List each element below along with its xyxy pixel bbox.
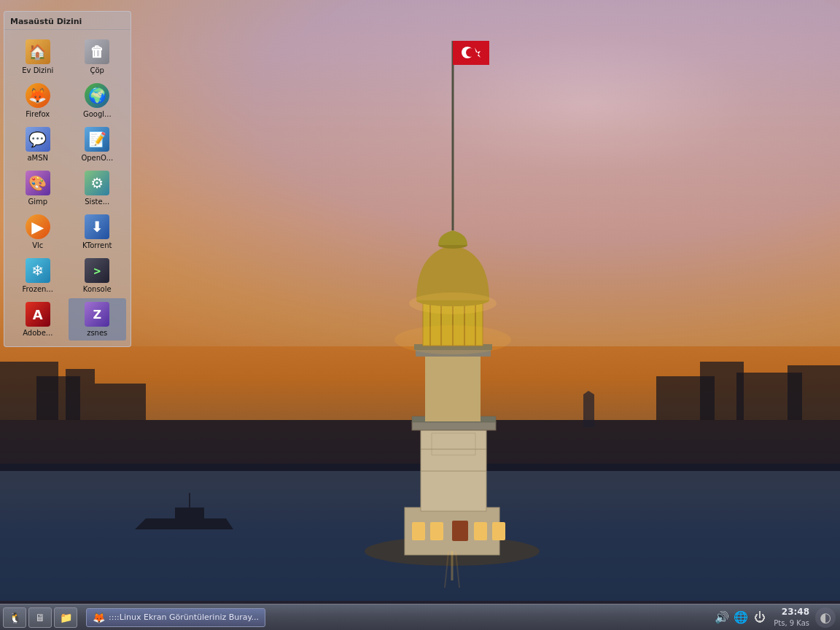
desktop-icon-konsole[interactable]: >Konsole — [69, 254, 127, 297]
amsn-icon: 💬 — [25, 126, 51, 152]
clock[interactable]: 23:48 Pts, 9 Kas — [774, 607, 809, 628]
svg-rect-23 — [425, 354, 481, 421]
svg-rect-6 — [656, 376, 715, 420]
svg-line-47 — [456, 551, 459, 588]
amsn-label: aMSN — [27, 154, 48, 163]
firefox-label: Firefox — [26, 110, 50, 119]
zsnes-icon: Z — [84, 301, 110, 327]
frozen-icon: ❄ — [25, 257, 51, 284]
gimp-icon: 🎨 — [25, 170, 51, 196]
svg-rect-41 — [175, 508, 204, 518]
sistem-icon: ⚙ — [84, 170, 110, 196]
icons-grid: 🏠Ev Dizini🗑Çöp🦊Firefox🌍Googl...💬aMSN📝Ope… — [4, 33, 131, 343]
adobe-label: Adobe... — [23, 329, 52, 338]
svg-rect-7 — [700, 362, 744, 420]
desktop: Masaüstü Dizini 🏠Ev Dizini🗑Çöp🦊Firefox🌍G… — [0, 0, 840, 630]
left-panel: Masaüstü Dizini 🏠Ev Dizini🗑Çöp🦊Firefox🌍G… — [4, 11, 131, 347]
ktorrent-label: KTorrent — [82, 241, 112, 250]
desktop-icon-ev-dizini[interactable]: 🏠Ev Dizini — [9, 36, 67, 78]
taskbar-window-area: 🦊 ::::Linux Ekran Görüntüleriniz Buray..… — [80, 608, 709, 627]
cop-label: Çöp — [90, 66, 104, 75]
power-tray-icon[interactable]: ⏻ — [752, 610, 768, 626]
svg-rect-43 — [583, 394, 594, 427]
konsole-label: Konsole — [83, 285, 112, 294]
svg-rect-9 — [788, 365, 840, 420]
cop-icon: 🗑 — [84, 39, 110, 65]
openoffice-icon: 📝 — [84, 126, 110, 152]
files-button[interactable]: 📁 — [54, 607, 77, 628]
svg-rect-17 — [421, 427, 486, 511]
svg-rect-14 — [452, 521, 468, 541]
svg-rect-13 — [430, 522, 443, 540]
svg-rect-11 — [405, 508, 499, 555]
desktop-icon-google-earth[interactable]: 🌍Googl... — [69, 79, 127, 122]
firefox-window-title: ::::Linux Ekran Görüntüleriniz Buray... — [109, 612, 259, 622]
svg-rect-20 — [432, 433, 475, 455]
svg-rect-8 — [736, 373, 802, 420]
desktop-button[interactable]: 🖥 — [28, 607, 52, 628]
panel-title: Masaüstü Dizini — [4, 15, 131, 30]
svg-rect-15 — [474, 522, 487, 540]
corner-button[interactable]: ◐ — [815, 607, 836, 628]
svg-rect-21 — [412, 421, 496, 430]
clock-time: 23:48 — [782, 607, 809, 618]
network-tray-icon[interactable]: 🌐 — [733, 610, 749, 626]
svg-rect-22 — [412, 416, 496, 422]
google-earth-icon: 🌍 — [84, 82, 110, 109]
google-earth-label: Googl... — [83, 110, 112, 119]
volume-tray-icon[interactable]: 🔊 — [714, 610, 730, 626]
ktorrent-icon: ⬇ — [84, 214, 110, 240]
svg-rect-4 — [66, 369, 95, 420]
openoffice-label: OpenO... — [81, 154, 113, 163]
taskbar-left: 🐧 🖥 📁 — [0, 607, 80, 628]
desktop-icon-cop[interactable]: 🗑Çöp — [69, 36, 127, 78]
sistem-label: Siste... — [85, 198, 109, 206]
svg-rect-16 — [492, 522, 505, 540]
desktop-icon-zsnes[interactable]: Zzsnes — [69, 298, 127, 341]
ev-dizini-label: Ev Dizini — [22, 66, 53, 75]
svg-rect-3 — [36, 376, 80, 420]
svg-line-46 — [445, 551, 448, 588]
konsole-icon: > — [84, 257, 110, 284]
firefox-taskbar-icon: 🦊 — [93, 612, 105, 623]
desktop-icon-amsn[interactable]: 💬aMSN — [9, 123, 67, 166]
desktop-icon-openoffice[interactable]: 📝OpenO... — [69, 123, 127, 166]
desktop-icon-frozen[interactable]: ❄Frozen... — [9, 254, 67, 297]
frozen-label: Frozen... — [23, 285, 53, 294]
taskbar-right: 🔊 🌐 ⏻ 23:48 Pts, 9 Kas ◐ — [709, 607, 840, 628]
svg-rect-0 — [0, 464, 840, 601]
adobe-icon: A — [25, 301, 51, 327]
svg-rect-2 — [0, 362, 58, 420]
clock-date: Pts, 9 Kas — [774, 618, 809, 628]
desktop-icon-sistem[interactable]: ⚙Siste... — [69, 167, 127, 209]
desktop-icon-gimp[interactable]: 🎨Gimp — [9, 167, 67, 209]
svg-rect-24 — [416, 349, 491, 357]
vlc-label: Vlc — [32, 241, 43, 250]
desktop-icon-firefox[interactable]: 🦊Firefox — [9, 79, 67, 122]
penguin-button[interactable]: 🐧 — [3, 607, 26, 628]
svg-point-10 — [365, 537, 540, 566]
vlc-icon: ▶ — [25, 214, 51, 240]
desktop-icon-adobe[interactable]: AAdobe... — [9, 298, 67, 341]
ev-dizini-icon: 🏠 — [25, 39, 51, 65]
firefox-taskbar-button[interactable]: 🦊 ::::Linux Ekran Görüntüleriniz Buray..… — [86, 608, 265, 627]
desktop-icon-vlc[interactable]: ▶Vlc — [9, 211, 67, 253]
svg-rect-1 — [0, 420, 840, 471]
svg-rect-5 — [95, 384, 146, 420]
zsnes-label: zsnes — [87, 329, 107, 338]
svg-rect-12 — [412, 522, 425, 540]
svg-marker-44 — [583, 391, 594, 394]
desktop-icon-ktorrent[interactable]: ⬇KTorrent — [69, 211, 127, 253]
firefox-icon: 🦊 — [25, 82, 51, 109]
taskbar: 🐧 🖥 📁 🦊 ::::Linux Ekran Görüntüleriniz B… — [0, 604, 840, 630]
gimp-label: Gimp — [28, 198, 47, 206]
